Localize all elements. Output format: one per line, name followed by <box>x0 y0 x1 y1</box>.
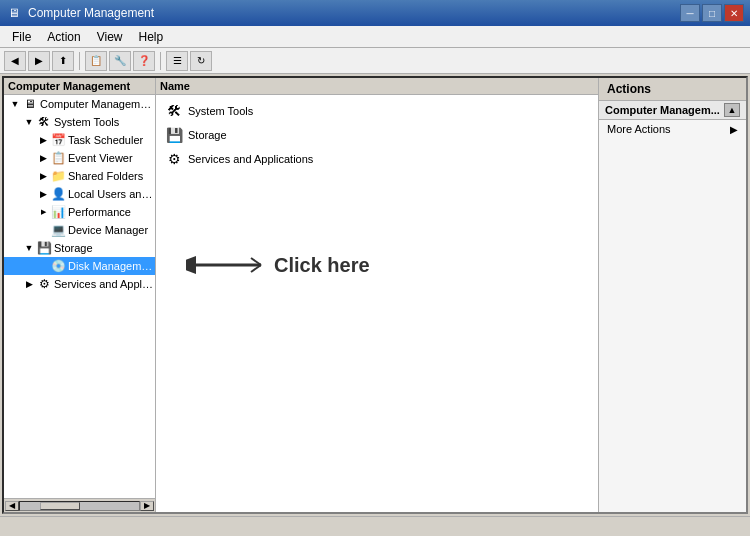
window-title: Computer Management <box>28 6 154 20</box>
label-event-viewer: Event Viewer <box>66 152 133 164</box>
list-item-storage[interactable]: 💾 Storage <box>160 123 594 147</box>
tree-item-system-tools[interactable]: ▼ 🛠 System Tools <box>4 113 155 131</box>
expander-local-users[interactable]: ▶ <box>36 187 50 201</box>
label-services-apps: Services and Applicat... <box>52 278 155 290</box>
close-button[interactable]: ✕ <box>724 4 744 22</box>
content-area: Computer Management ▼ 🖥 Computer Managem… <box>2 76 748 514</box>
list-label-system-tools: System Tools <box>188 105 253 117</box>
toolbar-separator-1 <box>79 52 80 70</box>
list-icon-system-tools: 🛠 <box>164 101 184 121</box>
label-task-scheduler: Task Scheduler <box>66 134 143 146</box>
center-header: Name <box>156 78 598 95</box>
label-performance: Performance <box>66 206 131 218</box>
expander-performance[interactable]: ▶ <box>36 205 50 219</box>
icon-system-tools: 🛠 <box>36 114 52 130</box>
click-here-label: Click here <box>274 254 370 277</box>
menu-view[interactable]: View <box>89 28 131 46</box>
forward-button[interactable]: ▶ <box>28 51 50 71</box>
actions-header: Actions <box>599 78 746 101</box>
icon-computer-mgmt: 🖥 <box>22 96 38 112</box>
list-item-services-applications[interactable]: ⚙ Services and Applications <box>160 147 594 171</box>
properties-button[interactable]: 🔧 <box>109 51 131 71</box>
more-actions-label: More Actions <box>607 123 671 135</box>
tree-item-services-apps[interactable]: ▶ ⚙ Services and Applicat... <box>4 275 155 293</box>
menu-file[interactable]: File <box>4 28 39 46</box>
title-bar: 🖥 Computer Management ─ □ ✕ <box>0 0 750 26</box>
tree-scrollbar[interactable]: ◀ ▶ <box>4 498 155 512</box>
list-label-storage: Storage <box>188 129 227 141</box>
center-panel: Name 🛠 System Tools 💾 Storage ⚙ Services… <box>156 78 598 512</box>
more-actions-arrow-icon: ▶ <box>730 124 738 135</box>
scroll-left-btn[interactable]: ◀ <box>5 501 19 511</box>
list-item-system-tools[interactable]: 🛠 System Tools <box>160 99 594 123</box>
tree-item-computer-mgmt[interactable]: ▼ 🖥 Computer Management (Local) <box>4 95 155 113</box>
list-label-services-applications: Services and Applications <box>188 153 313 165</box>
icon-disk-management: 💿 <box>50 258 66 274</box>
label-shared-folders: Shared Folders <box>66 170 143 182</box>
actions-collapse-btn[interactable]: ▲ <box>724 103 740 117</box>
status-bar <box>0 516 750 536</box>
scroll-thumb[interactable] <box>40 502 80 510</box>
click-annotation: Click here <box>186 250 370 280</box>
icon-shared-folders: 📁 <box>50 168 66 184</box>
show-hide-button[interactable]: 📋 <box>85 51 107 71</box>
tree-item-device-manager[interactable]: ▶ 💻 Device Manager <box>4 221 155 239</box>
view-button[interactable]: ☰ <box>166 51 188 71</box>
expander-task-scheduler[interactable]: ▶ <box>36 133 50 147</box>
center-content: 🛠 System Tools 💾 Storage ⚙ Services and … <box>156 95 598 512</box>
label-system-tools: System Tools <box>52 116 119 128</box>
label-storage: Storage <box>52 242 93 254</box>
icon-device-manager: 💻 <box>50 222 66 238</box>
menu-bar: File Action View Help <box>0 26 750 48</box>
label-disk-management: Disk Management <box>66 260 155 272</box>
expander-services-apps[interactable]: ▶ <box>22 277 36 291</box>
tree-content: ▼ 🖥 Computer Management (Local) ▼ 🛠 Syst… <box>4 95 155 498</box>
list-icon-services-applications: ⚙ <box>164 149 184 169</box>
expander-computer-mgmt[interactable]: ▼ <box>8 97 22 111</box>
icon-event-viewer: 📋 <box>50 150 66 166</box>
label-local-users: Local Users and Gro... <box>66 188 155 200</box>
maximize-button[interactable]: □ <box>702 4 722 22</box>
expander-storage[interactable]: ▼ <box>22 241 36 255</box>
toolbar: ◀ ▶ ⬆ 📋 🔧 ❓ ☰ ↻ <box>0 48 750 74</box>
minimize-button[interactable]: ─ <box>680 4 700 22</box>
tree-item-storage[interactable]: ▼ 💾 Storage <box>4 239 155 257</box>
actions-section: Computer Managem... ▲ <box>599 101 746 120</box>
actions-section-label: Computer Managem... <box>605 104 720 116</box>
icon-storage: 💾 <box>36 240 52 256</box>
actions-panel: Actions Computer Managem... ▲ More Actio… <box>598 78 746 512</box>
list-icon-storage: 💾 <box>164 125 184 145</box>
scroll-right-btn[interactable]: ▶ <box>140 501 154 511</box>
refresh-button[interactable]: ↻ <box>190 51 212 71</box>
icon-local-users: 👤 <box>50 186 66 202</box>
back-button[interactable]: ◀ <box>4 51 26 71</box>
icon-task-scheduler: 📅 <box>50 132 66 148</box>
app-icon: 🖥 <box>6 5 22 21</box>
expander-system-tools[interactable]: ▼ <box>22 115 36 129</box>
tree-item-shared-folders[interactable]: ▶ 📁 Shared Folders <box>4 167 155 185</box>
tree-item-event-viewer[interactable]: ▶ 📋 Event Viewer <box>4 149 155 167</box>
window-controls: ─ □ ✕ <box>680 4 744 22</box>
toolbar-separator-2 <box>160 52 161 70</box>
label-device-manager: Device Manager <box>66 224 148 236</box>
icon-services-apps: ⚙ <box>36 276 52 292</box>
tree-item-task-scheduler[interactable]: ▶ 📅 Task Scheduler <box>4 131 155 149</box>
tree-panel: Computer Management ▼ 🖥 Computer Managem… <box>4 78 156 512</box>
expander-shared-folders[interactable]: ▶ <box>36 169 50 183</box>
up-button[interactable]: ⬆ <box>52 51 74 71</box>
tree-item-local-users[interactable]: ▶ 👤 Local Users and Gro... <box>4 185 155 203</box>
main-container: Computer Management ▼ 🖥 Computer Managem… <box>0 74 750 536</box>
label-computer-mgmt: Computer Management (Local) <box>38 98 155 110</box>
annotation-arrow <box>186 250 266 280</box>
tree-header: Computer Management <box>4 78 155 95</box>
tree-item-performance[interactable]: ▶ 📊 Performance <box>4 203 155 221</box>
menu-action[interactable]: Action <box>39 28 88 46</box>
help-button[interactable]: ❓ <box>133 51 155 71</box>
expander-event-viewer[interactable]: ▶ <box>36 151 50 165</box>
tree-item-disk-management[interactable]: ▶ 💿 Disk Management <box>4 257 155 275</box>
actions-more-actions[interactable]: More Actions ▶ <box>599 120 746 138</box>
menu-help[interactable]: Help <box>131 28 172 46</box>
scroll-track[interactable] <box>19 501 140 511</box>
icon-performance: 📊 <box>50 204 66 220</box>
